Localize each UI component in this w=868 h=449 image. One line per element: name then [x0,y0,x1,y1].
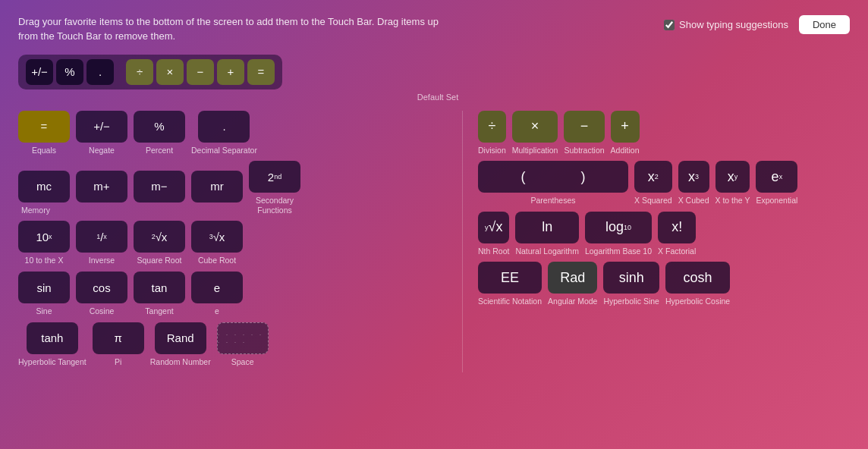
key-space[interactable]: · · · · · · · · · · [217,322,269,354]
show-typing-text: Show typing suggestions [679,19,788,30]
key-ee[interactable]: EE [478,262,542,294]
label-division: Division [478,146,506,155]
key-pi[interactable]: π [93,322,144,354]
key-item-decimal: . Decimal Separator [191,111,257,155]
key-item-space: · · · · · · · · · · Space [217,322,269,367]
default-key-percent[interactable]: % [56,59,83,85]
default-key-negate[interactable]: +/− [26,59,53,85]
label-tanh: Hyperbolic Tangent [18,357,86,367]
label-2nd: SecondaryFunctions [256,196,294,215]
key-multiplication[interactable]: × [512,111,558,143]
key-sin[interactable]: sin [18,272,70,303]
key-10x[interactable]: 10x [18,221,70,253]
key-item-10x: 10x 10 to the X [18,221,70,265]
key-xpowy[interactable]: xy [715,161,750,193]
key-mr[interactable]: mr [191,171,243,203]
key-item-2nd: 2nd SecondaryFunctions [249,161,300,215]
row-4: sin Sine cos Cosine tan Tangent e e [18,272,447,316]
paren-left: ( [521,169,526,185]
key-item-rad: Rad Angular Mode [548,262,597,306]
key-sinh[interactable]: sinh [603,262,659,294]
key-item-negate: +/− Negate [76,111,127,155]
row-5: tanh Hyperbolic Tangent π Pi Rand Random… [18,322,447,367]
row-3: 10x 10 to the X 1/x Inverse 2√x Square R… [18,221,447,265]
top-right: Show typing suggestions Done [664,15,850,34]
key-log10[interactable]: log10 [585,212,652,243]
key-item-addition: + Addition [611,111,640,155]
default-set-label: Default Set [18,93,850,102]
key-decimal[interactable]: . [198,111,250,143]
default-key-equals[interactable]: = [247,59,275,85]
label-decimal: Decimal Separator [191,146,257,155]
key-ln[interactable]: ln [515,212,578,243]
key-item-sinh: sinh Hyperbolic Sine [603,262,659,306]
key-item-division: ÷ Division [478,111,506,155]
memory-keys: mc m+ m− mr [18,171,243,203]
key-mplus[interactable]: m+ [76,171,127,203]
key-negate[interactable]: +/− [76,111,127,143]
key-cos[interactable]: cos [76,272,127,303]
key-item-xcubed: x3 X Cubed [678,161,709,206]
label-xpowy: X to the Y [715,196,750,206]
key-item-mplus: m+ [76,171,127,203]
key-mminus[interactable]: m− [134,171,185,203]
key-expx[interactable]: ex [756,161,797,193]
key-xfact[interactable]: x! [658,212,696,243]
default-key-divide[interactable]: ÷ [126,59,153,85]
key-inverse[interactable]: 1/x [76,221,127,253]
key-tan[interactable]: tan [134,272,185,303]
label-log10: Logarithm Base 10 [585,246,652,256]
key-item-cos: cos Cosine [76,272,127,316]
key-sqrt[interactable]: 2√x [134,221,185,253]
key-addition[interactable]: + [611,111,640,143]
show-typing-checkbox[interactable] [664,20,675,30]
label-equals: Equals [32,146,56,155]
default-key-subtract[interactable]: − [187,59,214,85]
key-nthroot[interactable]: y√x [478,212,509,243]
key-xcubed[interactable]: x3 [678,161,709,193]
key-item-e: e e [191,272,243,316]
key-item-multiplication: × Multiplication [512,111,558,155]
label-xfact: X Factorial [658,246,696,256]
default-set-bar: +/− % . ÷ × − + = [18,55,282,89]
label-tan: Tangent [145,306,173,316]
key-item-sin: sin Sine [18,272,70,316]
rp-row-3: y√x Nth Root ln Natural Logarithm log10 … [478,212,850,256]
show-typing-label[interactable]: Show typing suggestions [664,19,788,30]
key-item-percent: % Percent [134,111,185,155]
label-multiplication: Multiplication [512,146,558,155]
key-item-nthroot: y√x Nth Root [478,212,509,256]
main-area: = Equals +/− Negate % Percent . Decimal … [18,111,850,373]
label-negate: Negate [89,146,115,155]
key-mc[interactable]: mc [18,171,70,203]
label-percent: Percent [146,146,173,155]
key-item-mc: mc [18,171,70,203]
key-cosh[interactable]: cosh [665,262,730,294]
key-rand[interactable]: Rand [155,322,206,354]
default-key-add[interactable]: + [217,59,244,85]
key-percent[interactable]: % [134,111,185,143]
memory-group: mc m+ m− mr Memory [18,171,243,215]
key-item-mminus: m− [134,171,185,203]
key-2nd[interactable]: 2nd [249,161,300,193]
key-item-rand: Rand Random Number [150,322,211,367]
label-ln: Natural Logarithm [515,246,578,256]
key-parentheses[interactable]: ( ) [478,161,628,193]
default-key-multiply[interactable]: × [156,59,184,85]
key-item-mr: mr [191,171,243,203]
key-cbrt[interactable]: 3√x [191,221,243,253]
default-key-decimal[interactable]: . [86,59,114,85]
key-subtraction[interactable]: − [564,111,604,143]
label-nthroot: Nth Root [478,246,509,256]
key-rad[interactable]: Rad [548,262,597,294]
instruction-text: Drag your favorite items to the bottom o… [18,15,443,44]
done-button[interactable]: Done [799,15,850,34]
key-item-cbrt: 3√x Cube Root [191,221,243,265]
key-e[interactable]: e [191,272,243,303]
key-xsq[interactable]: x2 [634,161,672,193]
row-1: = Equals +/− Negate % Percent . Decimal … [18,111,447,155]
key-tanh[interactable]: tanh [27,322,78,354]
label-sqrt: Square Root [137,256,182,265]
key-division[interactable]: ÷ [478,111,506,143]
key-equals[interactable]: = [18,111,70,143]
